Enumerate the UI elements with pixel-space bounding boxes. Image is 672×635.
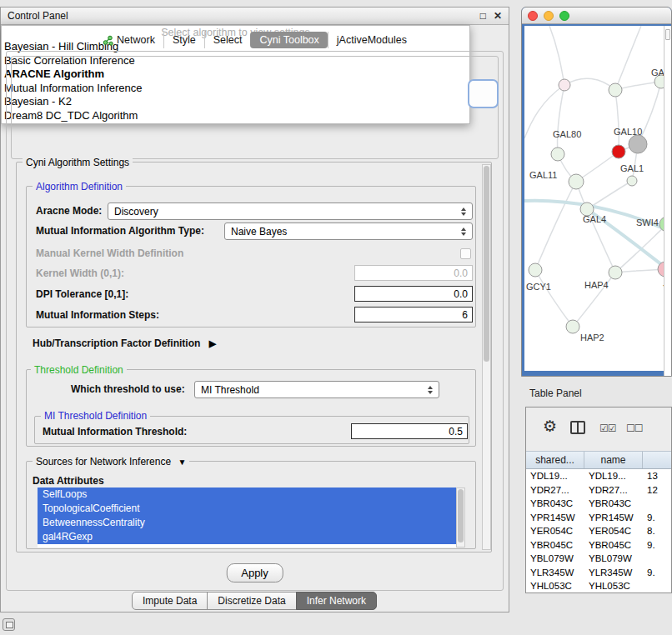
network-node[interactable] bbox=[609, 266, 622, 279]
bottom-tab-infer-network[interactable]: Infer Network bbox=[296, 592, 377, 610]
attribute-item-gal4rgexp[interactable]: gal4RGexp bbox=[38, 530, 456, 544]
attribute-item-selfloops[interactable]: SelfLoops bbox=[38, 488, 456, 502]
scrollbar-thumb[interactable] bbox=[458, 489, 464, 542]
columns-icon[interactable] bbox=[570, 421, 585, 434]
dpi-tolerance-field[interactable]: 0.0 bbox=[354, 286, 473, 302]
bottom-tab-impute-data[interactable]: Impute Data bbox=[132, 592, 208, 610]
mi-type-select[interactable]: Naive Bayes bbox=[224, 222, 473, 240]
attributes-scrollbar[interactable] bbox=[456, 488, 465, 548]
node-label: GCY1 bbox=[526, 282, 551, 292]
network-node[interactable] bbox=[566, 320, 579, 333]
table-toolbar: ⚙ ☑☑ ☐☐ bbox=[526, 408, 671, 451]
table-cell[interactable]: YER054C bbox=[526, 526, 584, 536]
scrollbar-thumb[interactable] bbox=[484, 166, 489, 362]
bottom-tab-discretize-data[interactable]: Discretize Data bbox=[207, 592, 296, 610]
aracne-mode-select[interactable]: Discovery bbox=[108, 202, 473, 220]
bottom-tab-bar: Impute DataDiscretize DataInfer Network bbox=[1, 592, 509, 610]
network-node[interactable] bbox=[612, 145, 625, 158]
network-node[interactable] bbox=[551, 148, 564, 161]
table-cell[interactable]: 12 bbox=[643, 485, 672, 495]
table-row[interactable]: YLR345WYLR345W9. bbox=[526, 566, 671, 580]
column-header-extra[interactable] bbox=[643, 452, 672, 468]
docked-panel-icon[interactable] bbox=[3, 618, 15, 631]
table-row[interactable]: YPR145WYPR145W9. bbox=[526, 511, 671, 525]
table-cell[interactable]: YBL079W bbox=[584, 553, 643, 563]
apply-button[interactable]: Apply bbox=[226, 563, 283, 582]
gear-icon[interactable]: ⚙ bbox=[543, 417, 557, 436]
table-cell[interactable]: 9. bbox=[643, 540, 672, 550]
tab-bar: NetworkStyleSelectCyni ToolboxjActiveMod… bbox=[1, 32, 509, 48]
attribute-item-topologicalcoefficient[interactable]: TopologicalCoefficient bbox=[38, 502, 456, 516]
tab-select[interactable]: Select bbox=[204, 32, 251, 48]
combo-arrows-icon bbox=[458, 228, 469, 236]
minimize-traffic-light[interactable] bbox=[544, 11, 554, 21]
table-row[interactable]: YBL079WYBL079W bbox=[526, 552, 671, 566]
table-cell[interactable]: YBR045C bbox=[526, 540, 584, 550]
network-node[interactable] bbox=[627, 176, 637, 186]
table-row[interactable]: YDL19...YDL19...13 bbox=[526, 469, 671, 483]
table-cell[interactable]: YBR043C bbox=[526, 498, 584, 508]
zoom-traffic-light[interactable] bbox=[559, 11, 569, 21]
hub-section-toggle[interactable]: Hub/Transcription Factor Definition ▶ bbox=[33, 338, 216, 349]
network-scrollbar[interactable] bbox=[664, 26, 671, 376]
table-cell[interactable]: YDR27... bbox=[584, 485, 643, 495]
which-threshold-select[interactable]: MI Threshold bbox=[194, 381, 439, 398]
network-node[interactable] bbox=[559, 79, 570, 91]
mi-threshold-field[interactable]: 0.5 bbox=[351, 423, 468, 439]
select-all-checks-icon[interactable]: ☑☑ bbox=[599, 422, 616, 434]
network-node[interactable] bbox=[609, 83, 622, 97]
column-header-shared[interactable]: shared... bbox=[526, 452, 584, 468]
close-traffic-light[interactable] bbox=[528, 11, 538, 21]
table-cell[interactable]: 8. bbox=[643, 526, 672, 536]
table-row[interactable]: YBR043CYBR043C bbox=[526, 497, 671, 511]
table-cell[interactable]: YLR345W bbox=[584, 568, 643, 578]
network-edge bbox=[564, 78, 615, 90]
table-cell[interactable]: YPR145W bbox=[584, 512, 643, 522]
network-icon bbox=[103, 35, 113, 46]
attribute-item-betweennesscentrality[interactable]: BetweennessCentrality bbox=[38, 516, 456, 530]
table-cell[interactable]: 9. bbox=[643, 512, 672, 522]
network-node[interactable] bbox=[529, 263, 542, 277]
settings-group-title: Cyni Algorithm Settings bbox=[23, 157, 133, 168]
table-row[interactable]: YDR27...YDR27...12 bbox=[526, 483, 671, 498]
table-cell[interactable]: YDR27... bbox=[526, 485, 584, 495]
table-cell[interactable]: YBL079W bbox=[526, 553, 584, 563]
table-cell[interactable]: YPR145W bbox=[526, 512, 584, 522]
table-cell[interactable]: YLR345W bbox=[526, 568, 584, 578]
control-panel-titlebar[interactable]: Control Panel □ ✕ bbox=[1, 8, 509, 25]
network-canvas[interactable]: GAL7GAL80GAL10GAL11GAL1SWI4GAL4GCY1HAP4Y… bbox=[524, 26, 665, 371]
table-row[interactable]: YER054CYER054C8. bbox=[526, 524, 671, 538]
manual-kernel-checkbox[interactable] bbox=[460, 248, 471, 259]
tab-network[interactable]: Network bbox=[94, 32, 163, 48]
tab-jactivemodules[interactable]: jActiveModules bbox=[328, 32, 415, 48]
scrollbar-button[interactable] bbox=[665, 29, 670, 40]
algorithm-selector-button[interactable] bbox=[468, 79, 499, 108]
table-row[interactable]: YHL053CYHL053C bbox=[526, 579, 671, 593]
table-row[interactable]: YBR045CYBR045C9. bbox=[526, 538, 671, 552]
mi-steps-field[interactable]: 6 bbox=[354, 307, 473, 322]
settings-scrollbar[interactable] bbox=[482, 164, 491, 550]
column-header-name[interactable]: name bbox=[584, 452, 643, 468]
sources-section-toggle[interactable]: Sources for Network Inference ▼ bbox=[33, 456, 189, 468]
network-node[interactable] bbox=[569, 174, 584, 189]
table-cell[interactable]: YDL19... bbox=[526, 471, 584, 481]
close-window-icon[interactable]: ✕ bbox=[494, 11, 502, 21]
table-cell[interactable]: 9. bbox=[643, 568, 672, 578]
dpi-tolerance-label: DPI Tolerance [0,1]: bbox=[36, 288, 128, 300]
table-cell[interactable]: YDL19... bbox=[584, 471, 643, 481]
table-cell[interactable]: YHL053C bbox=[526, 581, 584, 591]
tab-cyni-toolbox[interactable]: Cyni Toolbox bbox=[250, 32, 327, 48]
table-cell[interactable]: YBR043C bbox=[584, 498, 643, 508]
network-node[interactable] bbox=[629, 135, 647, 153]
table-cell[interactable]: YBR045C bbox=[584, 540, 643, 550]
table-cell[interactable]: YHL053C bbox=[584, 581, 643, 591]
kernel-width-field[interactable]: 0.0 bbox=[354, 265, 473, 281]
table-cell[interactable]: 13 bbox=[643, 471, 672, 481]
deselect-all-checks-icon[interactable]: ☐☐ bbox=[626, 422, 643, 434]
float-window-icon[interactable]: □ bbox=[480, 11, 486, 21]
network-window-titlebar[interactable] bbox=[522, 8, 671, 24]
table-cell[interactable]: YER054C bbox=[584, 526, 643, 536]
which-threshold-label: Which threshold to use: bbox=[71, 383, 185, 395]
tab-style[interactable]: Style bbox=[163, 32, 204, 48]
mi-type-label: Mutual Information Algorithm Type: bbox=[36, 225, 204, 237]
